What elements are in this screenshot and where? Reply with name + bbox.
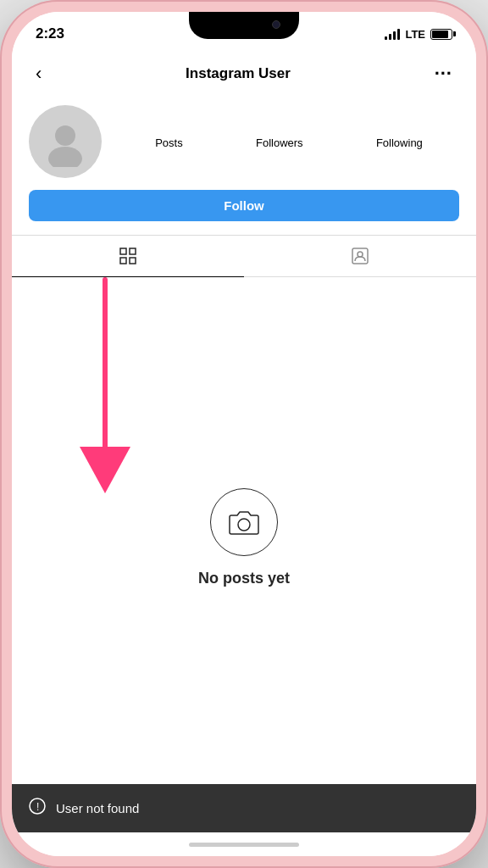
- error-icon: !: [29, 798, 46, 815]
- tab-bar: [12, 235, 476, 277]
- grid-icon: [118, 246, 138, 266]
- status-time: 2:23: [36, 25, 64, 42]
- signal-bar-1: [385, 36, 387, 40]
- toast-bar: ! User not found: [12, 784, 476, 832]
- followers-stat[interactable]: Followers: [256, 135, 303, 149]
- tagged-icon: [350, 246, 370, 266]
- more-button[interactable]: ···: [431, 59, 456, 88]
- arrow-shaft: [103, 277, 108, 447]
- svg-text:!: !: [36, 801, 39, 813]
- phone-frame: 2:23 LTE ‹ Instagram User ···: [0, 0, 488, 868]
- avatar-placeholder-icon: [40, 116, 91, 167]
- profile-top: Posts Followers Following: [29, 105, 459, 178]
- profile-stats: Posts Followers Following: [119, 135, 459, 149]
- svg-rect-2: [120, 248, 126, 254]
- avatar: [29, 105, 102, 178]
- following-label: Following: [376, 136, 423, 149]
- no-posts-container: No posts yet: [198, 488, 290, 587]
- front-camera: [272, 20, 280, 29]
- svg-rect-4: [120, 258, 126, 264]
- toast-icon: !: [29, 798, 46, 819]
- no-posts-text: No posts yet: [198, 570, 290, 587]
- signal-bar-2: [389, 34, 391, 40]
- content-area: No posts yet ! User not found: [12, 277, 476, 832]
- svg-rect-3: [130, 248, 136, 254]
- back-button[interactable]: ‹: [32, 59, 45, 88]
- profile-username: Instagram User: [186, 65, 291, 82]
- camera-circle: [210, 488, 278, 556]
- svg-point-7: [358, 252, 363, 257]
- posts-label: Posts: [155, 136, 183, 149]
- svg-point-1: [48, 147, 82, 167]
- nav-bar: ‹ Instagram User ···: [12, 49, 476, 95]
- signal-bar-3: [393, 31, 396, 40]
- tab-grid[interactable]: [12, 236, 244, 276]
- tab-tagged[interactable]: [244, 236, 476, 276]
- svg-point-0: [55, 125, 75, 146]
- profile-section: Posts Followers Following Follow: [12, 95, 476, 235]
- posts-stat[interactable]: Posts: [155, 135, 183, 149]
- battery-icon: [430, 29, 452, 40]
- follow-button[interactable]: Follow: [29, 190, 459, 221]
- home-indicator: [12, 832, 476, 856]
- home-bar: [189, 843, 299, 847]
- arrow-head: [80, 447, 130, 493]
- followers-label: Followers: [256, 136, 303, 149]
- phone-screen: 2:23 LTE ‹ Instagram User ···: [12, 12, 476, 856]
- lte-label: LTE: [405, 28, 425, 41]
- camera-icon: [228, 509, 260, 536]
- battery-fill: [432, 31, 448, 38]
- status-icons: LTE: [385, 28, 452, 41]
- avatar-container: [29, 105, 102, 178]
- notch: [189, 12, 299, 39]
- follow-button-container: Follow: [29, 190, 459, 221]
- signal-bars: [385, 28, 400, 40]
- svg-point-8: [238, 519, 250, 531]
- signal-bar-4: [397, 29, 400, 40]
- toast-text: User not found: [56, 801, 139, 815]
- svg-rect-6: [352, 248, 368, 264]
- following-stat[interactable]: Following: [376, 135, 423, 149]
- arrow-annotation: [80, 277, 130, 493]
- svg-rect-5: [130, 258, 136, 264]
